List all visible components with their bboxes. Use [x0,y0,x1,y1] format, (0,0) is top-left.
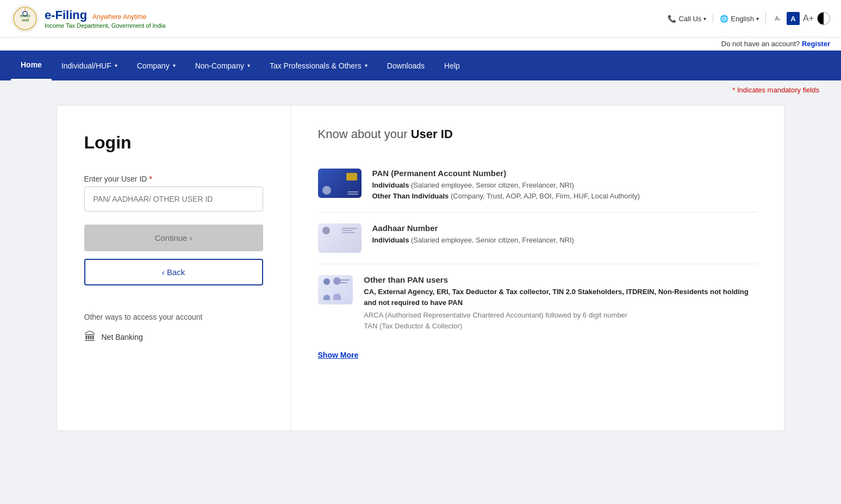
nav-item-company[interactable]: Company ▾ [127,51,185,80]
aadhaar-line1: Individuals (Salaried employee, Senior c… [372,235,574,246]
nav-item-tax-professionals[interactable]: Tax Professionals & Others ▾ [260,51,377,80]
bank-icon: 🏛 [84,330,96,344]
call-us-button[interactable]: 📞 Call Us ▾ [668,15,706,23]
login-card: Login Enter your User ID * Continue › ‹ … [57,105,785,431]
nav-item-home[interactable]: Home [11,51,52,80]
other-pan-heading: Other than PAN users [364,275,757,284]
phone-icon: 📞 [668,15,676,23]
aadhaar-card-icon [318,223,362,253]
user-id-input[interactable] [84,186,263,211]
login-title: Login [84,133,263,153]
pan-card-icon [318,169,362,198]
nav-item-individual[interactable]: Individual/HUF ▾ [52,51,127,80]
aadhaar-item: Aadhaar Number Individuals (Salaried emp… [318,213,757,264]
pan-heading: PAN (Permanent Account Number) [372,169,640,178]
other-lines [340,279,350,283]
globe-icon: 🌐 [720,15,728,23]
other-pan-info: Other than PAN users CA, External Agency… [364,275,757,331]
pan-info: PAN (Permanent Account Number) Individua… [372,169,640,201]
nav-chevron-tax: ▾ [365,63,367,69]
font-increase-button[interactable]: A+ [803,13,814,24]
user-id-info-panel: Know about your User ID PAN (Permanent A… [291,105,784,431]
nav-item-noncompany[interactable]: Non-Company ▾ [185,51,260,80]
know-user-id-title: Know about your User ID [318,127,757,141]
pan-card-person [322,186,331,195]
register-link[interactable]: Register [802,40,830,48]
aadhaar-heading: Aadhaar Number [372,223,574,233]
pan-card-lines [347,191,358,195]
other-pan-line2: ARCA (Authorised Representative Chartere… [364,310,757,321]
other-person1-body [323,295,330,300]
logo-efiling: e-Filing Anywhere Anytime [45,8,165,22]
pan-line1: Individuals (Salaried employee, Senior c… [372,180,640,191]
language-selector[interactable]: 🌐 English ▾ [713,15,759,23]
other-pan-line1: CA, External Agency, ERI, Tax Deductor &… [364,287,757,308]
nav-item-downloads[interactable]: Downloads [377,51,434,80]
login-form-panel: Login Enter your User ID * Continue › ‹ … [57,105,291,431]
font-controls: A- A A+ [765,12,830,25]
top-bar: सत्यमेव जयते e-Filing Anywhere Anytime I… [0,0,841,38]
nav-item-help[interactable]: Help [434,51,470,80]
aadhaar-info: Aadhaar Number Individuals (Salaried emp… [372,223,574,246]
user-id-label: Enter your User ID * [84,175,263,183]
logo-subtitle: Income Tax Department, Government of Ind… [45,22,165,29]
show-more-link[interactable]: Show More [318,351,359,359]
language-chevron: ▾ [756,16,759,22]
other-person1-head [323,278,330,285]
emblem-icon: सत्यमेव जयते [11,4,39,33]
account-row: Do not have an account? Register [0,38,841,51]
utility-controls: 📞 Call Us ▾ 🌐 English ▾ A- A A+ [668,12,830,25]
top-right-area: 📞 Call Us ▾ 🌐 English ▾ A- A A+ [668,12,830,25]
pan-line2: Other Than Individuals (Company, Trust, … [372,191,640,202]
other-person2-body [333,294,341,300]
contrast-button[interactable] [817,12,830,25]
aadhaar-person-head [322,227,330,234]
nav-chevron-noncompany: ▾ [247,63,250,69]
nav-chevron-company: ▾ [173,63,176,69]
nav-chevron-individual: ▾ [115,63,117,69]
logo-area: सत्यमेव जयते e-Filing Anywhere Anytime I… [11,4,165,33]
other-ways-title: Other ways to access your account [84,313,263,321]
nav-bar: Home Individual/HUF ▾ Company ▾ Non-Comp… [0,51,841,80]
net-banking-option[interactable]: 🏛 Net Banking [84,330,263,344]
svg-text:जयते: जयते [21,18,29,22]
font-decrease-button[interactable]: A- [773,13,783,24]
required-star: * [149,175,152,183]
call-us-chevron: ▾ [703,16,706,22]
logo-text: e-Filing Anywhere Anytime Income Tax Dep… [45,8,165,29]
other-ways-section: Other ways to access your account 🏛 Net … [84,313,263,344]
mandatory-notice: * Indicates mandatory fields [0,80,841,99]
pan-item: PAN (Permanent Account Number) Individua… [318,158,757,213]
net-banking-label: Net Banking [102,333,143,341]
other-pan-item: Other than PAN users CA, External Agency… [318,264,757,342]
aadhaar-lines [342,228,357,233]
font-normal-button[interactable]: A [787,12,800,25]
other-pan-line3: TAN (Tax Deductor & Collector) [364,321,757,332]
main-content: Login Enter your User ID * Continue › ‹ … [40,99,801,447]
continue-button[interactable]: Continue › [84,225,263,251]
other-card-icon [318,275,353,304]
back-button[interactable]: ‹ Back [84,259,263,285]
